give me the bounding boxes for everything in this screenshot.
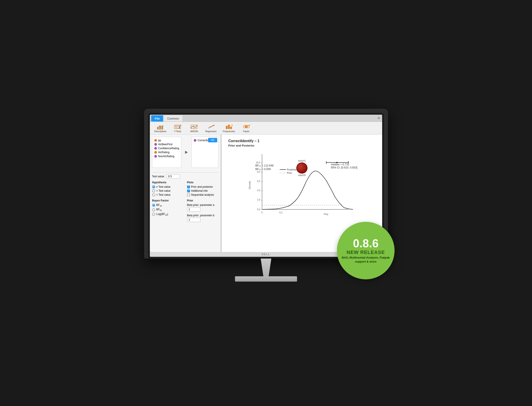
svg-text:Pop.: Pop. (324, 213, 329, 215)
svg-text:2.0: 2.0 (257, 199, 260, 201)
svg-text:0.2: 0.2 (279, 211, 282, 214)
hypothesis-greater[interactable]: > Test value (152, 189, 184, 192)
toolbar-factor[interactable]: Factor (239, 123, 254, 133)
prior-b-label: Beta prior: parameter b (187, 214, 214, 217)
toolbar-ttests[interactable]: T-Tests (170, 123, 185, 133)
checkbox-prior-posterior[interactable]: Prior and posterior (187, 185, 218, 188)
svg-marker-29 (249, 124, 250, 126)
svg-text:6.0: 6.0 (257, 180, 260, 182)
svg-rect-22 (226, 126, 227, 129)
hypothesis-less[interactable]: < Test value (152, 193, 184, 196)
list-item[interactable]: AlcRating (154, 150, 180, 154)
radio-logbf10[interactable] (152, 213, 155, 216)
svg-point-56 (336, 162, 337, 163)
list-item[interactable]: ConfidenceRating (154, 146, 180, 150)
monitor-stand-base (235, 276, 297, 282)
svg-text:0: 0 (261, 211, 263, 214)
ttests-label: T-Tests (174, 130, 181, 133)
bayes-factor-title: Bayes Factor (152, 199, 184, 202)
sequential-label: Sequential analysis (191, 193, 214, 196)
checkbox-sequential[interactable]: Sequential analysis (187, 193, 218, 196)
checkbox-additional-info[interactable]: Additional info (187, 189, 218, 192)
hypothesis-not-equal[interactable]: ≠ Test value (152, 185, 184, 188)
ttests-icon (173, 123, 181, 130)
toolbar-anova[interactable]: ANOVA (186, 123, 202, 133)
bf10-option[interactable]: BF10 (152, 203, 184, 207)
var-type-icon (154, 151, 157, 154)
arrow-icon (185, 151, 188, 154)
list-item[interactable]: AlcBeerFirst (154, 142, 180, 146)
badge-release-label: NEW RELEASE (347, 249, 385, 255)
density-chart: 0.0 2.0 4.0 6.0 8.0 10.0 (247, 151, 357, 224)
test-value-input[interactable] (166, 174, 180, 179)
logbf10-option[interactable]: Log(BF10) (152, 212, 184, 216)
check-sequential[interactable] (187, 194, 190, 196)
var-name: NonAlcRating (158, 155, 174, 158)
descriptives-icon (156, 123, 164, 130)
regression-label: Regression (205, 130, 217, 133)
svg-text:10.0: 10.0 (256, 161, 261, 164)
prior-section: Prior Beta prior: parameter a Beta prior… (187, 199, 218, 224)
var-type-icon (154, 155, 157, 158)
var-name: pp (158, 139, 161, 142)
prior-a-row: Beta prior: parameter a (187, 203, 218, 212)
prior-title: Prior (187, 199, 218, 202)
tab-file[interactable]: File (151, 115, 163, 122)
menu-icon[interactable]: ≡ (375, 115, 382, 122)
factor-label: Factor (243, 130, 249, 133)
toolbar-frequencies[interactable]: Frequencies (220, 123, 238, 133)
check-prior-posterior[interactable] (187, 186, 190, 188)
two-col-layout-2: Bayes Factor BF10 BF01 (152, 199, 218, 224)
frequencies-icon (225, 123, 233, 130)
var-type-icon (194, 139, 196, 142)
tab-common[interactable]: Common (164, 115, 182, 122)
svg-rect-1 (159, 125, 161, 129)
move-variable-button[interactable] (183, 137, 190, 168)
svg-text:Prior: Prior (287, 172, 292, 174)
radio-greater[interactable] (152, 189, 155, 192)
svg-text:Density: Density (248, 181, 251, 189)
var-type-icon (154, 139, 157, 142)
radio-bf01[interactable] (152, 208, 155, 211)
prior-posterior-label: Prior and posterior (191, 185, 213, 188)
regression-icon (207, 123, 215, 130)
radio-bf10[interactable] (152, 204, 155, 207)
monitor-brand: DELL (262, 253, 270, 256)
title-bar: File Common ≡ (150, 115, 382, 122)
hypothesis-not-equal-label: ≠ Test value (156, 185, 171, 188)
radio-less[interactable] (152, 193, 155, 196)
hypothesis-section: Hypothesis ≠ Test value > Test value (152, 181, 184, 197)
anova-label: ANOVA (190, 130, 198, 133)
hypothesis-title: Hypothesis (152, 181, 184, 184)
logbf10-label: Log(BF10) (156, 212, 168, 216)
radio-not-equal[interactable] (152, 185, 155, 188)
toolbar-descriptives[interactable]: Descriptives (152, 123, 169, 133)
descriptives-label: Descriptives (154, 130, 166, 133)
list-item[interactable]: NonAlcRating (154, 154, 180, 158)
var-name: AlcBeerFirst (158, 143, 172, 146)
prior-b-input[interactable] (187, 218, 200, 222)
prior-a-input[interactable] (187, 207, 200, 212)
prior-b-row: Beta prior: parameter b (187, 214, 218, 222)
test-value-row: Test value: (152, 174, 218, 179)
divider (152, 172, 218, 173)
svg-point-17 (211, 127, 212, 128)
svg-text:Posterior: Posterior (287, 168, 297, 171)
svg-rect-24 (230, 127, 232, 129)
var-type-icon (154, 143, 157, 146)
ok-button[interactable]: OK (208, 138, 217, 142)
release-badge: 0.8.6 NEW RELEASE BAS, Multinomial Analy… (337, 222, 395, 279)
bf10-label: BF10 (156, 203, 162, 207)
frequencies-label: Frequencies (223, 130, 235, 133)
check-additional-info[interactable] (187, 189, 190, 192)
toolbar-regression[interactable]: Regression (202, 123, 219, 133)
bf01-option[interactable]: BF01 (152, 208, 184, 211)
var-name: AlcRating (158, 151, 169, 154)
svg-text:4.0: 4.0 (257, 189, 260, 192)
toolbar: Descriptives (150, 122, 382, 135)
plots-title: Plots (187, 181, 218, 184)
bayes-factor-section: Bayes Factor BF10 BF01 (152, 199, 184, 224)
list-item[interactable]: pp (154, 138, 180, 142)
svg-rect-23 (228, 125, 230, 129)
anova-icon (190, 123, 198, 130)
